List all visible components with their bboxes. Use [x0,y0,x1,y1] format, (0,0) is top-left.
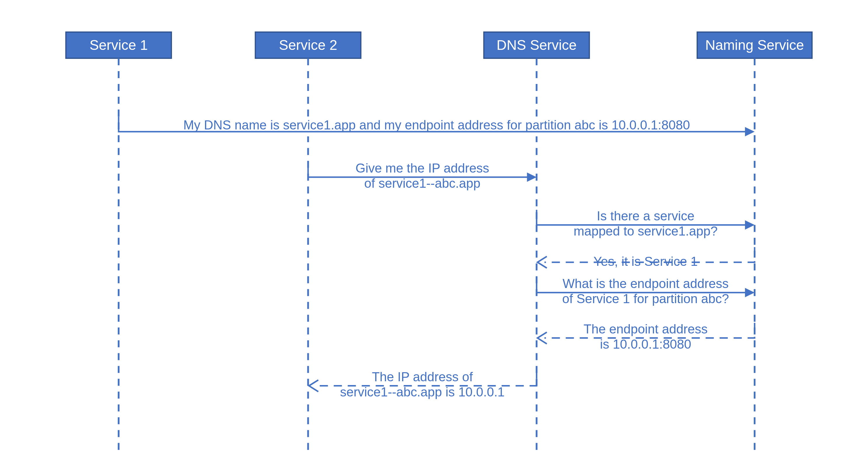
svg-marker-12 [745,288,754,297]
participant-label: Service 1 [90,37,148,53]
message-check-mapping: Is there a service mapped to service1.ap… [536,209,754,241]
message-text-line1: The endpoint address [584,322,708,336]
svg-marker-7 [527,173,536,182]
message-text-line2: is 10.0.0.1:8080 [600,337,691,351]
message-text-line1: Is there a service [597,209,694,223]
message-text-line1: Give me the IP address [355,161,489,175]
sequence-diagram: Service 1 Service 2 DNS Service Naming S… [0,0,868,469]
message-mapping-reply: Yes, it is Service 1 [537,247,754,271]
message-request-ip: Give me the IP address of service1--abc.… [308,161,537,193]
svg-marker-9 [745,220,754,230]
svg-marker-5 [745,127,754,136]
message-text: My DNS name is service1.app and my endpo… [183,118,690,132]
participant-service1: Service 1 [66,32,172,58]
message-ip-reply: The IP address of service1--abc.app is 1… [309,370,537,402]
message-text-line2: mapped to service1.app? [574,224,718,238]
participant-dns: DNS Service [484,32,589,58]
message-request-endpoint: What is the endpoint address of Service … [536,276,754,309]
participant-naming: Naming Service [697,32,812,58]
message-text-line1: What is the endpoint address [563,276,729,291]
message-endpoint-reply: The endpoint address is 10.0.0.1:8080 [537,322,754,354]
participant-label: Service 2 [279,37,337,53]
message-text-line1: The IP address of [372,370,473,384]
participant-label: DNS Service [497,37,577,53]
message-text: Yes, it is Service 1 [593,254,698,269]
message-register-dns: My DNS name is service1.app and my endpo… [119,117,754,136]
message-text-line2: service1--abc.app is 10.0.0.1 [340,385,505,399]
participant-label: Naming Service [705,37,804,53]
message-text-line2: of service1--abc.app [364,176,480,190]
participant-service2: Service 2 [255,32,361,58]
message-text-line2: of Service 1 for partition abc? [562,291,729,306]
